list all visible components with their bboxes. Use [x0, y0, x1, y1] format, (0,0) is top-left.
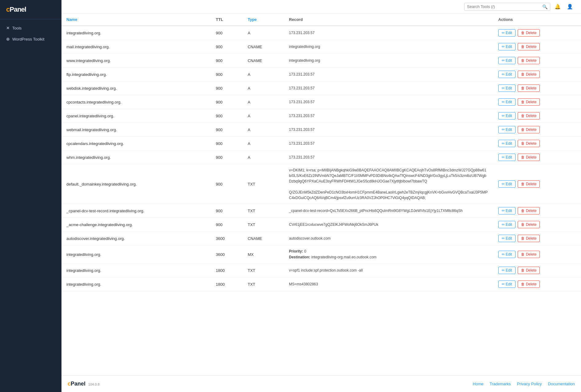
- cell-name: integratedliving.org.: [61, 26, 211, 40]
- footer-cpanel-logo: cPanel: [68, 381, 87, 387]
- dns-records-table-container: Name TTL Type Record Actions integratedl…: [61, 14, 581, 375]
- footer-links: HomeTrademarksPrivacy PolicyDocumentatio…: [473, 382, 575, 386]
- edit-button[interactable]: ✏ Edit: [498, 140, 516, 147]
- cell-record: integratedliving.org: [284, 40, 493, 54]
- delete-button[interactable]: 🗑 Delete: [518, 235, 540, 242]
- delete-button[interactable]: 🗑 Delete: [518, 43, 540, 50]
- edit-button[interactable]: ✏ Edit: [498, 267, 516, 274]
- delete-button[interactable]: 🗑 Delete: [518, 84, 540, 92]
- cell-ttl: 1800: [211, 277, 243, 291]
- cell-type: TXT: [243, 164, 284, 204]
- delete-button[interactable]: 🗑 Delete: [518, 29, 540, 37]
- cell-type: MX: [243, 245, 284, 264]
- cell-type: A: [243, 151, 284, 164]
- edit-button[interactable]: ✏ Edit: [498, 43, 516, 50]
- col-name[interactable]: Name: [61, 14, 211, 26]
- table-row: cpcalendars.integratedliving.org. 900 A …: [61, 137, 581, 151]
- cell-record: 173.231.203.57: [284, 95, 493, 109]
- edit-button[interactable]: ✏ Edit: [498, 98, 516, 106]
- search-button[interactable]: 🔍: [542, 4, 547, 9]
- cell-name: cpanel.integratedliving.org.: [61, 109, 211, 123]
- col-type[interactable]: Type: [243, 14, 284, 26]
- wordpress-toolkit-icon: ⊕: [6, 37, 10, 41]
- cell-name: www.integratedliving.org.: [61, 54, 211, 68]
- cell-type: A: [243, 109, 284, 123]
- cell-actions: ✏ Edit 🗑 Delete: [493, 95, 581, 109]
- cell-record: CVr61jEE1rcxlucwve7gQZElKJ4FWoNkj6OkSmJ6…: [284, 218, 493, 232]
- edit-button[interactable]: ✏ Edit: [498, 57, 516, 64]
- cell-record: 173.231.203.57: [284, 26, 493, 40]
- table-row: integratedliving.org. 3600 MX Priority: …: [61, 245, 581, 264]
- edit-button[interactable]: ✏ Edit: [498, 180, 516, 188]
- delete-button[interactable]: 🗑 Delete: [518, 126, 540, 133]
- cell-name: whm.integratedliving.org.: [61, 151, 211, 164]
- delete-button[interactable]: 🗑 Delete: [518, 98, 540, 106]
- edit-button[interactable]: ✏ Edit: [498, 112, 516, 120]
- footer-link-documentation[interactable]: Documentation: [548, 382, 575, 386]
- footer-link-trademarks[interactable]: Trademarks: [490, 382, 511, 386]
- cell-type: CNAME: [243, 232, 284, 245]
- cell-ttl: 900: [211, 95, 243, 109]
- delete-button[interactable]: 🗑 Delete: [518, 280, 540, 288]
- sidebar-item-wordpress-toolkit[interactable]: ⊕ WordPress Toolkit: [0, 33, 61, 45]
- edit-button[interactable]: ✏ Edit: [498, 29, 516, 37]
- cell-record: _cpanel-dcv-test-record=QxLTs5EXx266B_pt…: [284, 204, 493, 218]
- delete-button[interactable]: 🗑 Delete: [518, 57, 540, 64]
- edit-button[interactable]: ✏ Edit: [498, 126, 516, 133]
- cell-actions: ✏ Edit 🗑 Delete: [493, 204, 581, 218]
- cell-actions: ✏ Edit 🗑 Delete: [493, 81, 581, 95]
- cell-actions: ✏ Edit 🗑 Delete: [493, 26, 581, 40]
- table-row: mail.integratedliving.org. 900 CNAME int…: [61, 40, 581, 54]
- cell-ttl: 3600: [211, 232, 243, 245]
- cell-type: A: [243, 81, 284, 95]
- cell-name: default._domainkey.integratedliving.org.: [61, 164, 211, 204]
- edit-button[interactable]: ✏ Edit: [498, 235, 516, 242]
- edit-button[interactable]: ✏ Edit: [498, 154, 516, 161]
- table-header: Name TTL Type Record Actions: [61, 14, 581, 26]
- sidebar-item-tools[interactable]: ✕ Tools: [0, 22, 61, 33]
- footer-link-home[interactable]: Home: [473, 382, 484, 386]
- cell-name: integratedliving.org.: [61, 277, 211, 291]
- search-input[interactable]: [467, 4, 542, 9]
- cell-name: _acme-challenge.integratedliving.org.: [61, 218, 211, 232]
- col-actions: Actions: [493, 14, 581, 26]
- notifications-button[interactable]: 🔔: [553, 2, 563, 11]
- delete-button[interactable]: 🗑 Delete: [518, 180, 540, 188]
- user-button[interactable]: 👤: [565, 2, 575, 11]
- cell-actions: ✏ Edit 🗑 Delete: [493, 54, 581, 68]
- cell-ttl: 900: [211, 81, 243, 95]
- delete-button[interactable]: 🗑 Delete: [518, 140, 540, 147]
- cell-ttl: 900: [211, 204, 243, 218]
- cell-name: webmail.integratedliving.org.: [61, 123, 211, 137]
- cell-actions: ✏ Edit 🗑 Delete: [493, 137, 581, 151]
- delete-button[interactable]: 🗑 Delete: [518, 267, 540, 274]
- cell-name: _cpanel-dcv-test-record.integratedliving…: [61, 204, 211, 218]
- cell-type: A: [243, 68, 284, 81]
- delete-button[interactable]: 🗑 Delete: [518, 71, 540, 78]
- edit-button[interactable]: ✏ Edit: [498, 280, 516, 288]
- cell-type: A: [243, 137, 284, 151]
- cell-record: v=spf1 include:spf.protection.outlook.co…: [284, 264, 493, 277]
- delete-button[interactable]: 🗑 Delete: [518, 221, 540, 228]
- cell-record: 173.231.203.57: [284, 109, 493, 123]
- edit-button[interactable]: ✏ Edit: [498, 84, 516, 92]
- table-row: whm.integratedliving.org. 900 A 173.231.…: [61, 151, 581, 164]
- topbar: 🔍 🔔 👤: [61, 0, 581, 14]
- delete-button[interactable]: 🗑 Delete: [518, 112, 540, 120]
- cell-ttl: 900: [211, 26, 243, 40]
- cell-record: v=DKIM1; k=rsa; p=MIIBIjANBgkqhkiG9w0BAQ…: [284, 164, 493, 204]
- edit-button[interactable]: ✏ Edit: [498, 251, 516, 258]
- edit-button[interactable]: ✏ Edit: [498, 221, 516, 228]
- delete-button[interactable]: 🗑 Delete: [518, 251, 540, 258]
- delete-button[interactable]: 🗑 Delete: [518, 207, 540, 214]
- cell-actions: ✏ Edit 🗑 Delete: [493, 109, 581, 123]
- footer-link-privacy-policy[interactable]: Privacy Policy: [517, 382, 542, 386]
- cell-ttl: 900: [211, 68, 243, 81]
- table-row: cpcontacts.integratedliving.org. 900 A 1…: [61, 95, 581, 109]
- cell-actions: ✏ Edit 🗑 Delete: [493, 123, 581, 137]
- cell-ttl: 900: [211, 54, 243, 68]
- edit-button[interactable]: ✏ Edit: [498, 71, 516, 78]
- table-row: default._domainkey.integratedliving.org.…: [61, 164, 581, 204]
- edit-button[interactable]: ✏ Edit: [498, 207, 516, 214]
- delete-button[interactable]: 🗑 Delete: [518, 154, 540, 161]
